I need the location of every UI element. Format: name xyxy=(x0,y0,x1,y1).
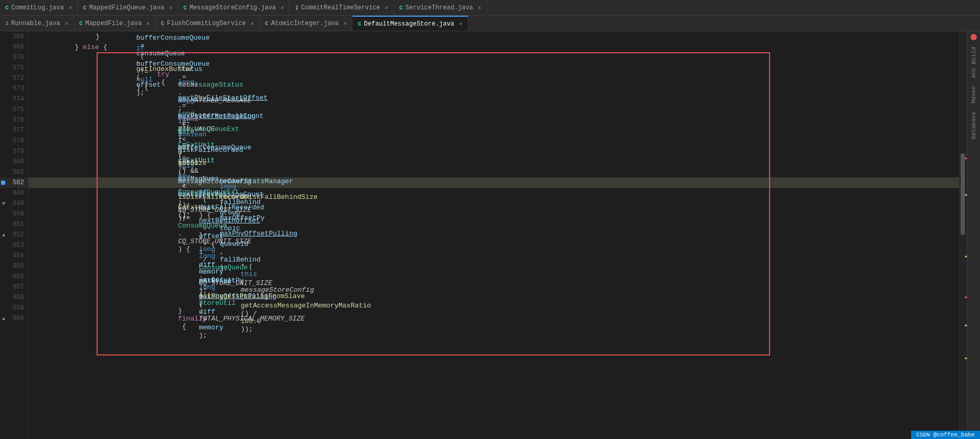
line-578: 578 xyxy=(0,136,28,146)
line-571: 571 xyxy=(0,63,28,73)
tab-close2[interactable]: ✕ xyxy=(169,4,173,11)
line-568: 568 xyxy=(0,31,28,42)
tab-close-r[interactable]: ✕ xyxy=(65,20,68,27)
tab-label-ai: AtomicInteger.java xyxy=(271,20,339,27)
line-657: 657 xyxy=(0,282,28,292)
tab-bar-top: C CommitLog.java ✕ C MappedFileQueue.jav… xyxy=(0,0,980,16)
line-659: 659 xyxy=(0,303,28,313)
code-lines: } } else { SelectMappedBufferResult buff… xyxy=(29,31,959,324)
tab-label-dm: DefaultMessageStore.java xyxy=(364,20,454,28)
tab-close3[interactable]: ✕ xyxy=(281,4,285,11)
line-651: 651 xyxy=(0,219,28,230)
line-655: 655 xyxy=(0,261,28,271)
line-569: 569 xyxy=(0,42,28,52)
line-570: 570 xyxy=(0,52,28,63)
scroll-marker-1 xyxy=(965,158,967,159)
tab-icon-c2: C xyxy=(83,5,87,11)
tab-messagestoreconfig[interactable]: C MessageStoreConfig.java ✕ xyxy=(178,0,290,15)
tab-close-ai[interactable]: ✕ xyxy=(344,20,347,27)
line-gutter: 568 569 570 571 572 573 574 575 576 577 … xyxy=(0,31,29,439)
line-574: 574 xyxy=(0,94,28,104)
scroll-marker-4 xyxy=(965,296,967,298)
line-582: 582 xyxy=(0,177,28,188)
tab-label2: MappedFileQueue.java xyxy=(89,4,164,11)
right-sidebar: Ant Build Maven Database xyxy=(967,31,980,439)
bookmark-582 xyxy=(1,181,5,185)
line-660: ▲ 660 xyxy=(0,313,28,324)
tab-icon-i: I xyxy=(295,5,299,11)
tab-close-dm[interactable]: ✕ xyxy=(459,20,463,27)
tab-label-runnable: Runnable.java xyxy=(11,20,61,27)
line-580: 580 xyxy=(0,157,28,167)
scroll-marker-2 xyxy=(965,194,967,196)
line-579: 579 xyxy=(0,146,28,157)
tab-close5[interactable]: ✕ xyxy=(478,4,481,11)
scroll-marker-3 xyxy=(965,256,967,257)
sidebar-tab-antbuild[interactable]: Ant Build xyxy=(969,43,978,82)
editor-scrollbar[interactable] xyxy=(959,31,967,439)
arrow-660: ▲ xyxy=(2,316,5,322)
tab-commitrealtime[interactable]: I CommitRealTimeService ✕ xyxy=(290,0,394,15)
line-572: 572 xyxy=(0,73,28,84)
tab-close-fc[interactable]: ✕ xyxy=(251,20,254,27)
tab-label: CommitLog.java xyxy=(11,4,64,11)
tab-mappedfilequeue[interactable]: C MappedFileQueue.java ✕ xyxy=(78,0,178,15)
scroll-marker-5 xyxy=(965,325,967,326)
line-576: 576 xyxy=(0,115,28,125)
tab-runnable[interactable]: 1 Runnable.java ✕ xyxy=(0,16,74,31)
csdn-label: CSDN @coffee_babe xyxy=(916,432,975,438)
line-656: 656 xyxy=(0,271,28,282)
arrow-652: ▲ xyxy=(2,232,5,238)
editor-container: 568 569 570 571 572 573 574 575 576 577 … xyxy=(0,31,980,439)
line-573: 573 xyxy=(0,84,28,94)
line-577: 577 xyxy=(0,125,28,136)
tab-label-mf: MappedFile.java xyxy=(85,20,141,27)
tab-servicethread[interactable]: C ServiceThread.java ✕ xyxy=(394,0,487,15)
line-648: 648 xyxy=(0,188,28,198)
tab-icon-mf: C xyxy=(79,20,83,27)
tab-bar-second: 1 Runnable.java ✕ C MappedFile.java ✕ C … xyxy=(0,16,980,31)
tab-icon-dm: C xyxy=(358,21,361,27)
code-line-660: } finally { xyxy=(29,313,959,324)
line-652: ▲ 652 xyxy=(0,230,28,240)
tab-defaultmessage[interactable]: C DefaultMessageStore.java ✕ xyxy=(352,16,468,31)
sidebar-tab-maven[interactable]: Maven xyxy=(969,82,978,108)
line-650: 650 xyxy=(0,209,28,219)
tab-icon-fc: C xyxy=(161,20,164,27)
scrollbar-thumb[interactable] xyxy=(961,153,965,235)
notification-dot xyxy=(971,34,977,40)
tab-commitlog[interactable]: C CommitLog.java ✕ xyxy=(0,0,78,15)
line-654: 654 xyxy=(0,251,28,261)
tab-label4: CommitRealTimeService xyxy=(301,4,380,11)
tab-mappedfile[interactable]: C MappedFile.java ✕ xyxy=(74,16,156,31)
line-653: 653 xyxy=(0,240,28,251)
tab-label3: MessageStoreConfig.java xyxy=(190,4,276,11)
scroll-marker-6 xyxy=(965,358,967,359)
tab-close-mf[interactable]: ✕ xyxy=(147,20,150,27)
line-575: 575 xyxy=(0,104,28,115)
tab-label5: ServiceThread.java xyxy=(405,4,473,11)
tab-icon-ai: C xyxy=(265,20,269,27)
tab-close[interactable]: ✕ xyxy=(68,4,72,11)
tab-icon-c4: C xyxy=(399,5,403,11)
tab-label-fc: FlushCommitLogService xyxy=(167,20,246,27)
tab-icon-c3: C xyxy=(183,5,187,11)
code-area[interactable]: } } else { SelectMappedBufferResult buff… xyxy=(29,31,959,439)
tab-icon-c: C xyxy=(5,5,9,11)
arrow-649: ▼ xyxy=(2,201,5,207)
line-581: 581 xyxy=(0,167,28,177)
tab-close4[interactable]: ✕ xyxy=(385,4,388,11)
line-658: 658 xyxy=(0,292,28,303)
tab-flushcommit[interactable]: C FlushCommitLogService ✕ xyxy=(156,16,259,31)
line-649: ▼ 649 xyxy=(0,198,28,209)
sidebar-tab-database[interactable]: Database xyxy=(969,108,978,144)
tab-atomicint[interactable]: C AtomicInteger.java ✕ xyxy=(260,16,353,31)
tab-icon-1: 1 xyxy=(5,20,9,27)
bottom-bar: CSDN @coffee_babe xyxy=(911,431,980,439)
